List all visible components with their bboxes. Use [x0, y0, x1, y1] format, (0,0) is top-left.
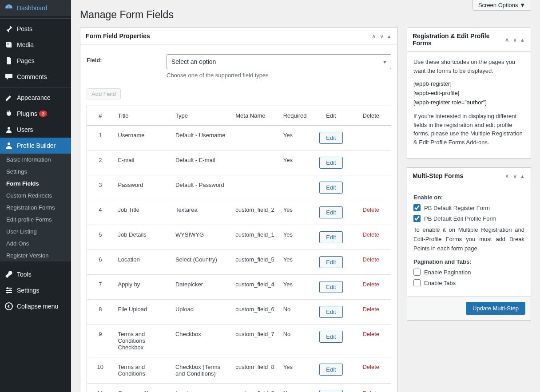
edit-button[interactable]: Edit [319, 157, 342, 169]
submenu-item-settings[interactable]: Settings [0, 166, 71, 178]
delete-link[interactable]: Delete [362, 206, 379, 213]
delete-link[interactable]: Delete [362, 281, 379, 288]
col-type: Type [171, 106, 231, 126]
delete-link[interactable]: Delete [362, 306, 379, 313]
edit-button[interactable]: Edit [319, 390, 342, 392]
sidebar-item-comments[interactable]: Comments [0, 69, 71, 85]
row-meta: custom_field_6 [231, 300, 278, 325]
table-row: 10Terms and ConditionsCheckbox (Terms an… [87, 357, 391, 384]
move-up-icon[interactable]: ∧ [504, 173, 511, 179]
sidebar-item-appearance[interactable]: Appearance [0, 90, 71, 106]
table-row: 8File UploadUploadcustom_field_6NoEditDe… [87, 300, 391, 325]
submenu-item-form-fields[interactable]: Form Fields [0, 178, 71, 190]
screen-options-toggle[interactable]: Screen Options ▼ [472, 0, 531, 11]
submenu-item-edit-profile-forms[interactable]: Edit-profile Forms [0, 214, 71, 226]
submenu-item-registration-forms[interactable]: Registration Forms [0, 202, 71, 214]
delete-link[interactable]: Delete [362, 331, 379, 337]
sidebar-item-media[interactable]: Media [0, 37, 71, 53]
sidebar-item-settings[interactable]: Settings [0, 282, 71, 298]
submenu-item-register-version[interactable]: Register Version [0, 249, 71, 261]
svg-point-1 [8, 127, 10, 130]
row-type: WYSIWYG [171, 225, 231, 250]
row-meta: custom_field_2 [231, 200, 278, 225]
sidebar-item-collapse-menu[interactable]: Collapse menu [0, 298, 71, 314]
delete-link[interactable]: Delete [362, 231, 379, 238]
submenu-item-basic-information[interactable]: Basic Information [0, 154, 71, 166]
cb-enable-tabs[interactable] [413, 279, 421, 286]
submenu-item-add-ons[interactable]: Add-Ons [0, 238, 71, 249]
cb-default-edit-profile-label: PB Default Edit Profile Form [424, 215, 496, 222]
col-required: Required [279, 106, 311, 126]
sidebar-item-pages[interactable]: Pages [0, 53, 71, 69]
row-type: Default - E-mail [171, 150, 231, 175]
submenu-item-user-listing[interactable]: User Listing [0, 226, 71, 238]
sidebar-item-plugins[interactable]: Plugins3 [0, 106, 71, 122]
move-down-icon[interactable]: ∨ [378, 33, 385, 40]
row-number: 2 [87, 150, 114, 175]
cb-default-edit-profile[interactable] [413, 215, 421, 222]
add-field-button[interactable]: Add Field [87, 88, 121, 99]
move-down-icon[interactable]: ∨ [512, 36, 519, 43]
shortcodes-panel: Registration & Edit Profile Forms ∧ ∨ ▴ … [407, 28, 531, 158]
submenu-item-custom-redirects[interactable]: Custom Redirects [0, 190, 71, 202]
row-required: No [279, 300, 311, 325]
delete-link[interactable]: Delete [362, 256, 379, 263]
edit-button[interactable]: Edit [319, 256, 342, 268]
delete-link[interactable]: Delete [362, 364, 379, 370]
move-up-icon[interactable]: ∧ [504, 36, 511, 43]
svg-point-2 [8, 143, 10, 145]
edit-button[interactable]: Edit [319, 231, 342, 243]
delete-link[interactable]: Delete [362, 390, 379, 392]
shortcode-text: [wppb-register] [413, 80, 524, 87]
row-type: Textarea [171, 200, 231, 225]
row-type: Default - Username [171, 126, 231, 150]
update-multistep-button[interactable]: Update Multi-Step [466, 302, 525, 315]
row-title: Location [114, 250, 171, 275]
move-up-icon[interactable]: ∧ [370, 33, 377, 40]
shortcodes-intro: Use these shortcodes on the pages you wa… [413, 58, 524, 75]
edit-button[interactable]: Edit [319, 206, 342, 218]
edit-button[interactable]: Edit [319, 364, 342, 376]
sidebar-item-tools[interactable]: Tools [0, 266, 71, 282]
row-title: File Upload [114, 300, 171, 325]
cb-default-register-label: PB Default Register Form [424, 205, 490, 211]
panel-order-controls: ∧ ∨ ▴ [370, 33, 392, 40]
table-row: 6LocationSelect (Country)custom_field_5Y… [87, 250, 391, 275]
edit-button[interactable]: Edit [319, 132, 342, 144]
row-required: Yes [279, 126, 311, 150]
move-down-icon[interactable]: ∨ [512, 173, 519, 179]
svg-point-7 [9, 289, 11, 291]
row-required: Yes [279, 357, 311, 384]
profile-icon [4, 141, 13, 150]
chevron-down-icon: ▼ [520, 2, 525, 8]
sidebar-item-profile-builder[interactable]: Profile Builder [0, 138, 71, 154]
toggle-panel-icon[interactable]: ▴ [520, 173, 525, 179]
table-row: 11Company NameInputcustom_field_9NoEditD… [87, 384, 391, 392]
sidebar-item-dashboard[interactable]: Dashboard [0, 0, 71, 16]
toggle-panel-icon[interactable]: ▴ [520, 36, 525, 43]
edit-button[interactable]: Edit [319, 306, 342, 318]
cb-default-register[interactable] [413, 204, 421, 211]
edit-button[interactable]: Edit [319, 182, 342, 194]
sidebar-item-label: Tools [17, 271, 32, 278]
field-type-select[interactable]: Select an option ▾ [167, 54, 391, 69]
sidebar-item-posts[interactable]: Posts [0, 21, 71, 37]
col-num: # [87, 106, 114, 126]
edit-button[interactable]: Edit [319, 331, 342, 343]
row-number: 4 [87, 200, 114, 225]
cb-enable-pagination-label: Enable Pagination [424, 269, 471, 276]
form-fields-table: # Title Type Meta Name Required Edit Del… [87, 106, 391, 392]
edit-button[interactable]: Edit [319, 281, 342, 293]
field-help-text: Choose one of the supported field types [167, 72, 391, 79]
sidebar-item-users[interactable]: Users [0, 122, 71, 138]
row-number: 6 [87, 250, 114, 275]
shortcodes-note: If you're interested in displaying diffe… [413, 112, 524, 147]
sidebar-item-label: Users [17, 126, 33, 133]
row-type: Checkbox [171, 325, 231, 357]
toggle-panel-icon[interactable]: ▴ [386, 33, 392, 40]
row-meta: custom_field_8 [231, 357, 278, 384]
pin-icon [4, 24, 13, 33]
row-number: 7 [87, 275, 114, 300]
row-number: 9 [87, 325, 114, 357]
cb-enable-pagination[interactable] [413, 269, 421, 276]
